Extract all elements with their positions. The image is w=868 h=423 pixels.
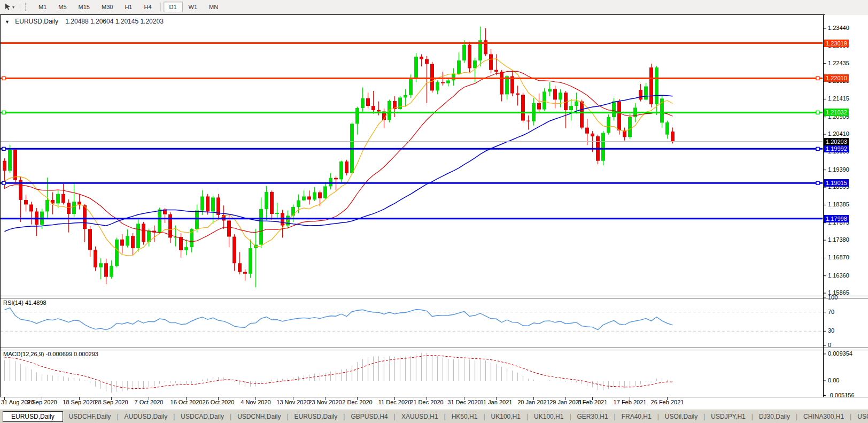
timeframe-toolbar: ▾ M1M5M15M30H1H4D1W1MN: [0, 0, 868, 14]
chart-symbol-label: EURUSD,Daily: [15, 18, 58, 25]
current-price-badge: 1.20203: [824, 138, 849, 145]
tab-usdcad-daily[interactable]: USDCAD,Daily: [175, 412, 230, 421]
price-axis-tick: 1.23440: [828, 25, 849, 31]
tab-usdjpy-h1[interactable]: USDJPY,H1: [705, 412, 751, 421]
timeframe-button-m1[interactable]: M1: [33, 2, 52, 12]
symbol-tabs: EURUSD,DailyUSDCHF,Daily|AUDUSD,Daily|US…: [3, 411, 868, 422]
level-handle[interactable]: [2, 147, 5, 150]
date-axis-label: 26 Feb 2021: [651, 399, 684, 405]
price-axis-tick: 1.21415: [828, 95, 849, 102]
macd-label: MACD(12,26,9) -0.000699 0.000293: [3, 351, 98, 357]
date-axis-label: 23 Nov 2020: [308, 399, 342, 405]
ma-mid-line: [5, 71, 673, 242]
cursor-tool-button[interactable]: ▾: [3, 2, 16, 12]
price-axis-tick: 1.22435: [828, 60, 849, 66]
rsi-axis-tick: 0: [828, 342, 831, 348]
tab-ger30-h1[interactable]: GER30,H1: [571, 412, 614, 421]
tab-gbpusd-h4[interactable]: GBPUSD,H4: [345, 412, 393, 421]
cursor-dropdown-icon[interactable]: ▾: [12, 5, 14, 10]
date-axis-label: 8 Feb 2021: [578, 399, 608, 405]
level-handle[interactable]: [816, 111, 819, 114]
timeframe-button-m15[interactable]: M15: [73, 2, 96, 12]
date-axis-label: 18 Sep 2020: [63, 399, 96, 405]
rsi-axis-tick: 70: [828, 309, 834, 315]
tab-uk100-h1[interactable]: UK100,H1: [528, 412, 569, 421]
toolbar-grip[interactable]: [25, 3, 28, 11]
tab-dj30-daily[interactable]: DJ30,Daily: [753, 412, 796, 421]
rsi-line: [5, 308, 673, 330]
ma-slow-line: [5, 95, 673, 231]
level-handle[interactable]: [816, 147, 819, 150]
macd-axis-tick: -0.005156: [828, 392, 855, 398]
price-axis-tick: 1.16360: [828, 272, 849, 279]
tab-eurusd-daily[interactable]: EURUSD,Daily: [3, 411, 63, 422]
level-handle[interactable]: [2, 76, 5, 80]
timeframe-button-m30[interactable]: M30: [96, 2, 119, 12]
ma-fast-line: [5, 59, 673, 256]
price-axis-tick: 1.19390: [828, 166, 849, 173]
timeframe-button-h4[interactable]: H4: [138, 2, 157, 12]
chart-ohlc-values: 1.20488 1.20604 1.20145 1.20203: [65, 18, 164, 25]
macd-histogram: [5, 353, 673, 393]
chart-menu-icon[interactable]: ▼: [5, 19, 10, 25]
tab-china300-h1[interactable]: CHINA300,H1: [797, 412, 850, 421]
tab-usoil-daily[interactable]: USOil,Daily: [659, 412, 703, 421]
level-handle[interactable]: [2, 111, 5, 114]
level-handle[interactable]: [2, 181, 5, 184]
date-axis-label: 4 Nov 2020: [241, 399, 270, 405]
candles-layer: [3, 27, 675, 288]
timeframe-button-mn[interactable]: MN: [203, 2, 224, 12]
tab-hk50-h1[interactable]: HK50,H1: [446, 412, 484, 421]
date-axis-label: 7 Oct 2020: [135, 399, 164, 405]
date-axis-label: 16 Oct 2020: [170, 399, 203, 405]
tab-usoil-[interactable]: USOil,: [851, 412, 868, 421]
price-level-badge: 1.22010: [824, 74, 849, 82]
toolbar-separator: [20, 3, 20, 11]
date-axis-label: 26 Oct 2020: [203, 399, 235, 405]
tab-uk100-h1[interactable]: UK100,H1: [485, 412, 526, 421]
price-level-badge: 1.19015: [824, 179, 849, 187]
timeframe-button-h1[interactable]: H1: [119, 2, 138, 12]
date-axis-label: 20 Jan 2021: [517, 399, 550, 405]
price-level-badge: 1.17998: [824, 215, 849, 222]
rsi-label: RSI(14) 41.4898: [3, 299, 46, 306]
date-axis-label: 28 Sep 2020: [95, 399, 128, 405]
timeframe-buttons: M1M5M15M30H1H4D1W1MN: [33, 2, 224, 12]
level-handle[interactable]: [816, 76, 819, 80]
rsi-axis-tick: 100: [828, 294, 838, 301]
toolbar-separator: [160, 3, 161, 11]
timeframe-button-w1[interactable]: W1: [183, 2, 204, 12]
cursor-icon: [4, 3, 11, 11]
date-axis-label: 11 Jan 2021: [480, 399, 513, 405]
chart-title: ▼ EURUSD,Daily 1.20488 1.20604 1.20145 1…: [5, 18, 164, 25]
price-level-badge: 1.19992: [824, 145, 849, 152]
date-axis-label: 11 Dec 2020: [378, 399, 412, 405]
price-axis-tick: 1.17380: [828, 236, 849, 243]
price-axis-tick: 1.18385: [828, 201, 849, 207]
date-axis-label: 9 Sep 2020: [27, 399, 57, 405]
tab-usdcnh-daily[interactable]: USDCNH,Daily: [231, 412, 286, 421]
tab-fra40-h1[interactable]: FRA40,H1: [616, 412, 657, 421]
date-axis-label: 2 Dec 2020: [342, 399, 372, 405]
symbol-tab-bar: EURUSD,DailyUSDCHF,Daily|AUDUSD,Daily|US…: [0, 410, 868, 423]
level-handle[interactable]: [816, 181, 819, 184]
price-axis-tick: 1.20410: [828, 130, 849, 137]
chart-canvas[interactable]: [0, 0, 868, 410]
timeframe-button-m5[interactable]: M5: [52, 2, 72, 12]
date-axis-label: 13 Nov 2020: [276, 399, 309, 405]
tab-audusd-daily[interactable]: AUDUSD,Daily: [119, 412, 174, 421]
price-axis-tick: 1.16870: [828, 254, 849, 260]
timeframe-button-d1[interactable]: D1: [164, 2, 183, 12]
date-axis-label: 17 Feb 2021: [614, 399, 647, 405]
mt4-window: ▾ M1M5M15M30H1H4D1W1MN ▼ EURUSD,Daily 1.…: [0, 0, 868, 423]
rsi-axis-tick: 30: [828, 327, 834, 334]
tab-xauusd-h1[interactable]: XAUUSD,H1: [396, 412, 444, 421]
moving-averages-layer: [5, 59, 673, 256]
tab-usdchf-daily[interactable]: USDCHF,Daily: [63, 412, 117, 421]
date-axis-label: 21 Dec 2020: [410, 399, 443, 405]
date-axis-label: 31 Dec 2020: [447, 399, 480, 405]
macd-axis-tick: 0.00: [828, 377, 839, 383]
price-level-badge: 1.23019: [824, 40, 849, 47]
tab-eurusd-daily[interactable]: EURUSD,Daily: [289, 412, 344, 421]
macd-axis-tick: 0.009354: [828, 350, 852, 357]
